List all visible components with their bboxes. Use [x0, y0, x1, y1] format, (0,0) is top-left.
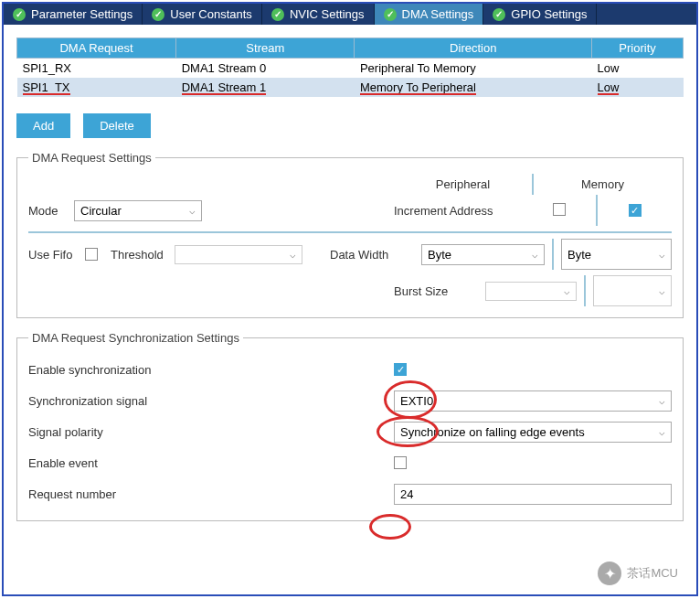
use-fifo-label: Use Fifo — [28, 248, 85, 262]
add-button[interactable]: Add — [16, 113, 70, 138]
inc-addr-memory-checkbox[interactable]: ✓ — [629, 204, 642, 217]
dma-sync-settings-group: DMA Request Synchronization Settings Ena… — [16, 331, 684, 521]
check-icon: ✓ — [493, 8, 505, 21]
check-icon: ✓ — [13, 8, 26, 21]
data-width-memory-select[interactable]: Byte⌵ — [561, 239, 672, 270]
inc-addr-peripheral-checkbox[interactable] — [553, 203, 566, 216]
enable-sync-checkbox[interactable]: ✓ — [394, 363, 407, 376]
chevron-down-icon: ⌵ — [564, 285, 570, 297]
tab-label: Parameter Settings — [31, 7, 133, 21]
tab-dma-settings[interactable]: ✓DMA Settings — [375, 4, 484, 25]
increment-address-label: Increment Address — [394, 204, 522, 218]
tab-label: DMA Settings — [402, 7, 474, 21]
cell-dir: Memory To Peripheral — [355, 78, 592, 97]
chevron-down-icon: ⌵ — [189, 205, 196, 217]
col-priority: Priority — [592, 38, 684, 59]
request-number-input[interactable]: 24 — [394, 484, 672, 505]
watermark-text: 茶话MCU — [627, 565, 678, 582]
tab-label: User Constants — [170, 7, 252, 21]
sync-signal-select[interactable]: EXTI0⌵ — [394, 390, 672, 412]
wechat-icon: ✦ — [598, 562, 621, 585]
table-header-row: DMA Request Stream Direction Priority — [17, 38, 684, 59]
tab-bar: ✓Parameter Settings ✓User Constants ✓NVI… — [4, 4, 696, 25]
signal-polarity-select[interactable]: Synchronize on falling edge events⌵ — [394, 422, 672, 443]
dma-request-settings-group: DMA Request Settings Peripheral Memory M… — [16, 151, 684, 318]
delete-button[interactable]: Delete — [83, 113, 151, 138]
cell-prio: Low — [592, 59, 684, 79]
chevron-down-icon: ⌵ — [659, 285, 665, 297]
tab-user-constants[interactable]: ✓User Constants — [143, 4, 262, 25]
tab-label: NVIC Settings — [290, 7, 365, 21]
check-icon: ✓ — [152, 8, 164, 21]
burst-peripheral-select: ⌵ — [485, 282, 577, 301]
burst-memory-select: ⌵ — [593, 275, 672, 306]
tab-label: GPIO Settings — [511, 7, 587, 21]
col-direction: Direction — [355, 38, 592, 59]
chevron-down-icon: ⌵ — [290, 249, 296, 261]
threshold-label: Threshold — [111, 248, 175, 262]
tab-parameter-settings[interactable]: ✓Parameter Settings — [4, 4, 143, 25]
check-icon: ✓ — [271, 8, 284, 21]
cell-stream: DMA1 Stream 1 — [176, 78, 355, 97]
cell-req: SPI1_RX — [17, 59, 176, 79]
use-fifo-checkbox[interactable] — [85, 248, 98, 261]
sync-signal-label: Synchronization signal — [28, 394, 394, 408]
dma-table: DMA Request Stream Direction Priority SP… — [16, 37, 684, 97]
chevron-down-icon: ⌵ — [659, 426, 665, 438]
check-icon: ✓ — [384, 8, 397, 21]
cell-prio: Low — [592, 78, 684, 97]
mode-label: Mode — [28, 204, 74, 218]
col-stream: Stream — [176, 38, 355, 59]
watermark: ✦ 茶话MCU — [598, 562, 678, 585]
tab-gpio-settings[interactable]: ✓GPIO Settings — [483, 4, 597, 25]
enable-sync-label: Enable synchronization — [28, 363, 394, 377]
col-dma-request: DMA Request — [17, 38, 176, 59]
data-width-peripheral-select[interactable]: Byte⌵ — [421, 244, 545, 265]
tab-nvic-settings[interactable]: ✓NVIC Settings — [262, 4, 375, 25]
burst-size-label: Burst Size — [394, 284, 485, 298]
cell-stream: DMA1 Stream 0 — [176, 59, 355, 79]
group-legend: DMA Request Synchronization Settings — [28, 331, 243, 345]
chevron-down-icon: ⌵ — [532, 249, 538, 261]
column-memory: Memory — [532, 174, 672, 195]
data-width-label: Data Width — [330, 248, 421, 262]
group-legend: DMA Request Settings — [28, 151, 155, 165]
column-peripheral: Peripheral — [394, 174, 532, 195]
signal-polarity-label: Signal polarity — [28, 425, 394, 439]
cell-req: SPI1_TX — [17, 78, 176, 97]
enable-event-checkbox[interactable] — [394, 456, 407, 469]
chevron-down-icon: ⌵ — [659, 249, 665, 261]
threshold-select: ⌵ — [175, 245, 302, 264]
table-row[interactable]: SPI1_RX DMA1 Stream 0 Peripheral To Memo… — [17, 59, 684, 79]
table-row[interactable]: SPI1_TX DMA1 Stream 1 Memory To Peripher… — [17, 78, 684, 97]
cell-dir: Peripheral To Memory — [355, 59, 592, 79]
enable-event-label: Enable event — [28, 456, 394, 470]
chevron-down-icon: ⌵ — [659, 395, 665, 407]
request-number-label: Request number — [28, 487, 394, 501]
mode-select[interactable]: Circular⌵ — [74, 200, 202, 221]
